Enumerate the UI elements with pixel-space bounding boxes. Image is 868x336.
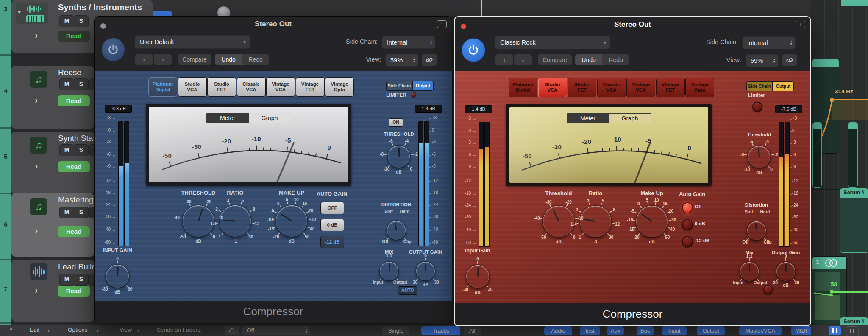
auto-release-led-button[interactable] <box>763 285 773 294</box>
collapse-chevron-icon[interactable]: ▾ <box>18 8 21 15</box>
solo-button[interactable]: S <box>74 144 89 156</box>
menu-view[interactable]: View <box>120 327 132 335</box>
strip-view-icon[interactable] <box>846 326 859 336</box>
redo-button[interactable]: Redo <box>242 54 269 65</box>
toggle-graph[interactable]: Graph <box>609 114 651 123</box>
circuit-type-vintage-opto[interactable]: VintageOpto <box>685 78 714 97</box>
midi-region-looped[interactable]: 1 <box>812 256 847 324</box>
solo-button[interactable]: S <box>74 207 89 218</box>
limiter-threshold-knob[interactable] <box>748 146 770 168</box>
filter-input[interactable]: Input <box>662 326 687 335</box>
undo-button[interactable]: Undo <box>575 54 602 65</box>
circuit-type-platinum-digital[interactable]: PlatinumDigital <box>148 77 177 97</box>
undo-button[interactable]: Undo <box>215 54 242 65</box>
circuit-type-studio-vca[interactable]: StudioVCA <box>178 77 207 97</box>
auto-gain-led-off[interactable] <box>682 202 693 213</box>
circuit-type-classic-vca[interactable]: ClassicVCA <box>237 77 266 97</box>
window-mode-icon[interactable]: ↑ <box>437 20 447 28</box>
tab-output[interactable]: Output <box>773 81 794 91</box>
circuit-type-vintage-vca[interactable]: VintageVCA <box>266 77 295 97</box>
bypass-power-button[interactable] <box>225 326 239 335</box>
auto-release-button[interactable]: AUTO <box>398 286 417 295</box>
collapse-toolbar-icon[interactable]: ^ <box>9 327 13 335</box>
circuit-type-classic-vca[interactable]: ClassicVCA <box>597 78 626 97</box>
automation-read-button[interactable]: Read <box>58 226 90 237</box>
automation-read-button[interactable]: Read <box>58 161 90 172</box>
view-zoom-dropdown[interactable]: 59%▴ ▾ <box>385 54 418 67</box>
limiter-threshold-knob[interactable] <box>388 146 410 168</box>
track-header-synth-sta[interactable]: ♫Synth StaMSR›Read <box>11 132 94 194</box>
distortion-knob[interactable] <box>747 221 766 240</box>
preset-next-button[interactable]: › <box>154 54 172 65</box>
solo-button[interactable]: S <box>74 78 89 90</box>
automation-read-button[interactable]: Read <box>58 95 90 106</box>
automation-read-button[interactable]: Read <box>58 31 90 42</box>
circuit-type-studio-fet[interactable]: StudioFET <box>207 77 236 97</box>
narrow-midi-region[interactable] <box>812 122 822 188</box>
tab-output[interactable]: Output <box>412 81 434 91</box>
auto-gain-led-12-db[interactable] <box>682 236 693 247</box>
mix-knob[interactable] <box>740 262 759 281</box>
disclosure-chevron-icon[interactable]: › <box>35 96 38 105</box>
redo-button[interactable]: Redo <box>602 54 629 65</box>
mute-button[interactable]: M <box>59 78 74 90</box>
meter-graph-toggle[interactable]: MeterGraph <box>206 113 291 123</box>
auto-gain-option-12-db[interactable]: -12 dB <box>320 236 344 248</box>
limiter-led-button[interactable] <box>752 102 762 112</box>
output-gain-knob[interactable] <box>416 262 435 280</box>
mute-button[interactable]: M <box>59 274 74 286</box>
track-header-reese[interactable]: ♫ReeseMSR›Read <box>11 66 94 129</box>
track-header-lead-build[interactable]: Lead BuildMSR›Read <box>11 260 94 322</box>
threshold-knob[interactable] <box>183 205 214 237</box>
solo-button[interactable]: S <box>74 15 89 27</box>
tab-side-chain[interactable]: Side Chain <box>746 81 773 91</box>
preset-prev-button[interactable]: ‹ <box>495 54 513 65</box>
tab-side-chain[interactable]: Side Chain <box>386 81 412 91</box>
disclosure-chevron-icon[interactable]: › <box>35 227 38 235</box>
filter-inst[interactable]: Inst <box>580 326 600 335</box>
view-zoom-dropdown[interactable]: 59%▴ ▾ <box>746 54 779 67</box>
bypass-mode-dropdown[interactable]: Off▴ ▾ <box>242 326 310 335</box>
plugin-power-button[interactable] <box>462 38 485 62</box>
toggle-meter[interactable]: Meter <box>207 113 249 123</box>
link-button[interactable] <box>782 54 797 66</box>
ratio-knob[interactable] <box>220 205 251 237</box>
meter-graph-toggle[interactable]: MeterGraph <box>567 113 651 123</box>
filter-aux[interactable]: Aux <box>607 326 624 335</box>
view-mode-tracks[interactable]: Tracks <box>421 326 460 335</box>
filter-master-vca[interactable]: Master/VCA <box>739 326 782 335</box>
track-header-mastering[interactable]: ♫MasteringMSR›Read <box>11 193 94 257</box>
auto-gain-led-0-db[interactable] <box>682 219 693 230</box>
preset-next-button[interactable]: › <box>514 54 532 65</box>
auto-gain-option-off[interactable]: OFF <box>320 202 344 214</box>
circuit-type-vintage-fet[interactable]: VintageFET <box>656 78 685 97</box>
circuit-type-vintage-fet[interactable]: VintageFET <box>296 77 325 97</box>
compare-button[interactable]: Compare <box>178 54 211 65</box>
menu-edit[interactable]: Edit <box>30 327 39 335</box>
mix-knob[interactable] <box>380 262 398 280</box>
view-mode-all[interactable]: All <box>464 326 481 335</box>
automation-read-button[interactable]: Read <box>58 286 90 297</box>
filter-output[interactable]: Output <box>697 326 725 335</box>
output-gain-knob[interactable] <box>776 262 795 281</box>
preset-dropdown[interactable]: User Default▾ <box>135 35 250 49</box>
mixer-view-icon[interactable] <box>829 326 841 335</box>
compare-button[interactable]: Compare <box>538 54 572 65</box>
side-chain-dropdown[interactable]: Internal▴ ▾ <box>742 36 796 49</box>
link-button[interactable] <box>422 54 437 66</box>
mute-button[interactable]: M <box>59 207 74 218</box>
circuit-type-studio-fet[interactable]: StudioFET <box>568 78 596 97</box>
threshold-knob[interactable] <box>543 206 574 237</box>
circuit-type-platinum-digital[interactable]: PlatinumDigital <box>509 78 537 97</box>
side-chain-dropdown[interactable]: Internal▴ ▾ <box>382 36 435 49</box>
distortion-knob[interactable] <box>387 221 406 240</box>
narrow-midi-region[interactable] <box>848 122 858 188</box>
solo-button[interactable]: S <box>74 274 89 286</box>
ratio-knob[interactable] <box>580 206 611 237</box>
preset-prev-button[interactable]: ‹ <box>135 54 153 65</box>
mute-button[interactable]: M <box>59 15 74 27</box>
disclosure-chevron-icon[interactable]: › <box>35 162 38 171</box>
menu-options[interactable]: Options <box>68 327 88 335</box>
circuit-type-studio-vca[interactable]: StudioVCA <box>538 78 567 97</box>
disclosure-chevron-icon[interactable]: › <box>35 31 38 40</box>
